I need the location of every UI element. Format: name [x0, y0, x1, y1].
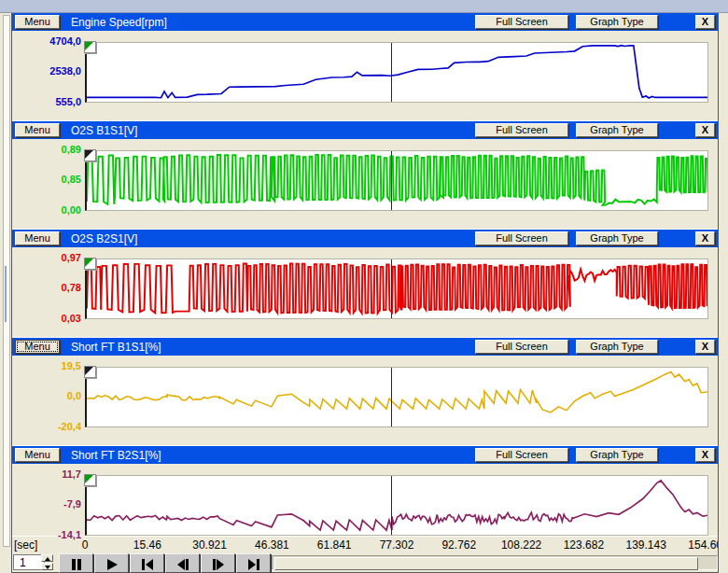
full-screen-button[interactable]: Full Screen	[475, 340, 568, 354]
frame-spinner	[41, 554, 53, 570]
time-tick: 92.762	[441, 538, 476, 552]
panel-body: 19,5 0,0 -20,4	[12, 356, 718, 445]
y-axis-min-label: -20,4	[12, 421, 81, 432]
full-screen-button[interactable]: Full Screen	[475, 448, 568, 462]
spinner-up-button[interactable]	[41, 554, 53, 562]
marker-handle[interactable]	[84, 474, 96, 486]
pause-icon	[69, 558, 84, 571]
skip-to-start-button[interactable]	[130, 553, 164, 573]
step-forward-button[interactable]	[201, 553, 235, 573]
time-tick: 77.302	[380, 538, 414, 552]
scrollbar-thumb[interactable]	[274, 557, 698, 570]
step-back-button[interactable]	[165, 553, 200, 573]
full-screen-button[interactable]: Full Screen	[475, 231, 568, 245]
chart-panel-o2s-b1s1: Menu O2S B1S1[V] Full Screen Graph Type …	[12, 121, 718, 230]
spinner-down-button[interactable]	[41, 563, 53, 570]
up-arrow-icon	[45, 557, 50, 561]
panel-title: Short FT B2S1[%]	[71, 449, 161, 462]
panel-title: Engine Speed[rpm]	[71, 16, 167, 29]
graph-type-button[interactable]: Graph Type	[576, 448, 658, 462]
marker-handle[interactable]	[84, 258, 96, 270]
y-axis-max-label: 0,97	[12, 252, 81, 263]
time-cursor[interactable]	[391, 151, 392, 210]
plot-area[interactable]	[85, 259, 708, 319]
chart-panel-short-ft-b2s1: Menu Short FT B2S1[%] Full Screen Graph …	[12, 446, 718, 537]
marker-handle-triangle-icon	[85, 367, 93, 375]
panel-titlebar: Menu Short FT B1S1[%] Full Screen Graph …	[12, 338, 718, 356]
time-cursor[interactable]	[391, 476, 392, 535]
left-rail-thumb[interactable]	[5, 266, 7, 322]
time-tick: 15.46	[133, 538, 161, 552]
pause-button[interactable]	[59, 553, 93, 573]
left-rail-scrollbar[interactable]	[3, 15, 10, 547]
menu-button[interactable]: Menu	[15, 231, 60, 245]
short-ft-b2s1-waveform	[87, 476, 707, 535]
marker-handle[interactable]	[84, 149, 96, 161]
time-tick: 123.682	[564, 538, 604, 552]
graph-type-button[interactable]: Graph Type	[576, 231, 658, 245]
time-unit-label: [sec]	[14, 538, 37, 552]
close-panel-button[interactable]: X	[695, 231, 715, 245]
panel-titlebar: Menu Short FT B2S1[%] Full Screen Graph …	[12, 446, 718, 464]
marker-handle-triangle-icon	[85, 42, 93, 50]
frame-number-input[interactable]	[13, 554, 45, 570]
o2s-b2s1-waveform	[87, 259, 707, 318]
full-screen-button[interactable]: Full Screen	[475, 15, 568, 29]
marker-handle-triangle-icon	[85, 475, 93, 483]
panel-body: 0,89 0,85 0,00	[12, 139, 718, 229]
time-tick: 46.381	[255, 538, 289, 552]
menu-button[interactable]: Menu	[15, 448, 60, 462]
panel-body: 4704,0 2538,0 555,0	[12, 31, 718, 120]
y-axis-max-label: 19,5	[12, 360, 81, 371]
menu-button[interactable]: Menu	[15, 123, 60, 137]
panel-titlebar: Menu O2S B2S1[V] Full Screen Graph Type …	[12, 230, 718, 247]
o2s-b1s1-waveform	[87, 151, 707, 210]
y-axis-mid-label: 2538,0	[12, 65, 81, 77]
close-panel-button[interactable]: X	[695, 15, 715, 29]
y-axis-mid-label: 0,85	[12, 174, 81, 185]
play-button[interactable]	[94, 553, 129, 573]
plot-area[interactable]	[85, 367, 708, 427]
time-axis: [sec] 015.4630.92146.38161.84177.30292.7…	[12, 537, 718, 553]
graph-type-button[interactable]: Graph Type	[576, 340, 658, 354]
y-axis-max-label: 0,89	[12, 144, 81, 155]
playback-toolbar	[12, 553, 718, 572]
graph-type-button[interactable]: Graph Type	[576, 123, 658, 137]
plot-area[interactable]	[85, 150, 708, 211]
close-panel-button[interactable]: X	[695, 448, 715, 462]
panel-titlebar: Menu O2S B1S1[V] Full Screen Graph Type …	[12, 121, 718, 139]
y-axis-max-label: 11,7	[12, 468, 81, 480]
play-icon	[105, 558, 119, 571]
time-cursor[interactable]	[391, 368, 392, 426]
chart-panel-o2s-b2s1: Menu O2S B2S1[V] Full Screen Graph Type …	[12, 230, 718, 338]
marker-handle[interactable]	[84, 366, 96, 378]
y-axis-mid-label: 0,78	[12, 282, 81, 293]
graph-type-button[interactable]: Graph Type	[576, 15, 658, 29]
skip-to-end-button[interactable]	[236, 553, 271, 573]
horizontal-scrollbar[interactable]	[272, 555, 718, 570]
down-arrow-icon	[45, 566, 50, 569]
marker-handle[interactable]	[84, 41, 96, 53]
time-tick: 61.841	[317, 538, 352, 552]
menu-button[interactable]: Menu	[15, 15, 60, 29]
time-cursor[interactable]	[391, 43, 392, 102]
time-tick: 30.921	[192, 538, 227, 552]
close-panel-button[interactable]: X	[695, 340, 715, 354]
time-cursor[interactable]	[391, 259, 392, 318]
chart-stack: Menu Engine Speed[rpm] Full Screen Graph…	[11, 13, 719, 573]
chart-panel-engine-speed: Menu Engine Speed[rpm] Full Screen Graph…	[12, 13, 718, 121]
panel-titlebar: Menu Engine Speed[rpm] Full Screen Graph…	[12, 13, 718, 31]
full-screen-button[interactable]: Full Screen	[475, 123, 568, 137]
step-back-icon	[175, 558, 190, 571]
step-forward-icon	[211, 558, 226, 571]
diagnostic-app-window: { "colors":{"titlebar":"#0551e5","client…	[0, 0, 728, 573]
chart-panel-short-ft-b1s1: Menu Short FT B1S1[%] Full Screen Graph …	[12, 338, 718, 446]
plot-area[interactable]	[85, 475, 708, 536]
time-tick: 154.603	[688, 538, 718, 552]
y-axis-min-label: 0,03	[12, 313, 81, 324]
plot-area[interactable]	[85, 42, 708, 103]
panel-title: O2S B2S1[V]	[71, 232, 137, 245]
close-panel-button[interactable]: X	[695, 123, 715, 137]
menu-button[interactable]: Menu	[15, 340, 60, 354]
skip-to-start-icon	[140, 558, 155, 571]
